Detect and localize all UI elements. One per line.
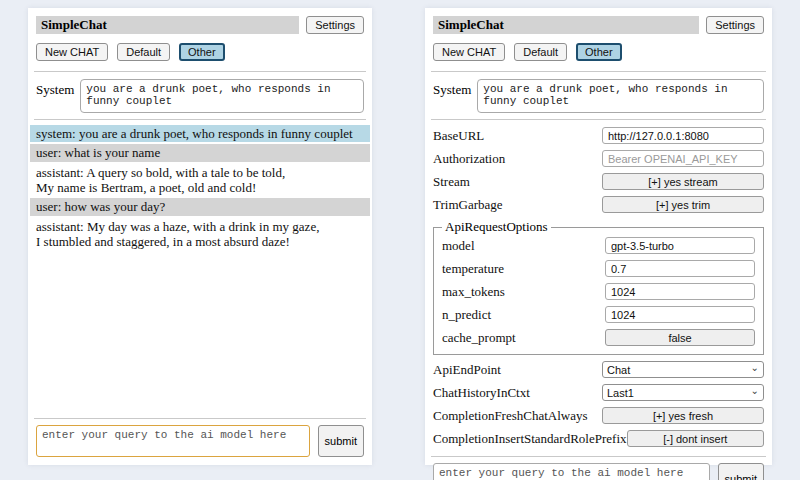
setting-row-completionfreshchatalways: CompletionFreshChatAlways [+] yes fresh: [433, 407, 764, 424]
divider: [431, 71, 766, 72]
divider: [34, 119, 366, 120]
trimgarbage-label: TrimGarbage: [433, 197, 503, 213]
chat-tab-default[interactable]: Default: [117, 43, 170, 61]
chathistoryinctxt-label: ChatHistoryInCtxt: [433, 385, 530, 401]
system-label: System: [433, 79, 471, 98]
max-tokens-label: max_tokens: [442, 284, 505, 300]
chathistoryinctxt-select[interactable]: Last1 ⌄: [602, 384, 764, 401]
chat-toolbar: New CHAT Default Other: [36, 43, 364, 61]
baseurl-label: BaseURL: [433, 128, 484, 144]
setting-row-apiendpoint: ApiEndPoint Chat ⌄: [433, 361, 764, 378]
cache-prompt-toggle-button[interactable]: false: [605, 329, 755, 346]
model-input[interactable]: [605, 237, 755, 254]
chevron-down-icon: ⌄: [751, 386, 759, 396]
page: SimpleChat Settings New CHAT Default Oth…: [0, 0, 800, 480]
cache-prompt-label: cache_prompt: [442, 330, 516, 346]
chat-message-user: user: what is your name: [30, 144, 370, 161]
app-title: SimpleChat: [433, 16, 699, 34]
apiendpoint-label: ApiEndPoint: [433, 362, 501, 378]
divider: [431, 456, 766, 457]
system-label: System: [36, 79, 74, 98]
empty-space: [36, 252, 364, 415]
setting-row-temperature: temperature: [442, 260, 755, 277]
submit-button[interactable]: submit: [718, 463, 764, 480]
chat-message-assistant: assistant: My day was a haze, with a dri…: [30, 218, 370, 251]
settings-button[interactable]: Settings: [706, 16, 764, 34]
chat-panel: SimpleChat Settings New CHAT Default Oth…: [28, 8, 372, 465]
setting-row-authorization: Authorization: [433, 150, 764, 167]
header: SimpleChat Settings: [433, 16, 764, 34]
chat-message-list: system: you are a drunk poet, who respon…: [30, 125, 370, 252]
settings-form: BaseURL Authorization Stream [+] yes str…: [433, 127, 764, 453]
authorization-label: Authorization: [433, 151, 505, 167]
chat-message-user: user: how was your day?: [30, 198, 370, 215]
setting-row-chathistoryinctxt: ChatHistoryInCtxt Last1 ⌄: [433, 384, 764, 401]
api-request-options-fieldset: ApiRequestOptions model temperature max_…: [433, 219, 764, 355]
temperature-input[interactable]: [605, 260, 755, 277]
system-prompt-input[interactable]: you are a drunk poet, who responds in fu…: [477, 79, 764, 113]
setting-row-model: model: [442, 237, 755, 254]
n-predict-input[interactable]: [605, 306, 755, 323]
header: SimpleChat Settings: [36, 16, 364, 34]
chat-message-assistant: assistant: A query so bold, with a tale …: [30, 164, 370, 197]
submit-button[interactable]: submit: [318, 425, 364, 457]
chevron-down-icon: ⌄: [751, 363, 759, 373]
divider: [34, 418, 366, 419]
setting-row-cache-prompt: cache_prompt false: [442, 329, 755, 346]
apiendpoint-select[interactable]: Chat ⌄: [602, 361, 764, 378]
query-row: submit: [433, 463, 764, 480]
completionfreshchatalways-label: CompletionFreshChatAlways: [433, 408, 588, 424]
trimgarbage-toggle-button[interactable]: [+] yes trim: [602, 196, 764, 213]
system-prompt-input[interactable]: you are a drunk poet, who responds in fu…: [80, 79, 364, 113]
new-chat-button[interactable]: New CHAT: [36, 43, 108, 61]
app-title: SimpleChat: [36, 16, 299, 34]
divider: [431, 119, 766, 120]
setting-row-completioninsertstandardroleprefix: CompletionInsertStandardRolePrefix [-] d…: [433, 430, 764, 447]
authorization-input[interactable]: [602, 150, 764, 167]
query-row: submit: [36, 425, 364, 457]
api-request-options-legend: ApiRequestOptions: [442, 219, 551, 235]
stream-label: Stream: [433, 174, 470, 190]
chat-message-system: system: you are a drunk poet, who respon…: [30, 125, 370, 142]
completioninsertstandardroleprefix-toggle-button[interactable]: [-] dont insert: [627, 430, 764, 447]
chathistoryinctxt-selected-value: Last1: [607, 387, 751, 399]
query-input[interactable]: [433, 463, 710, 480]
setting-row-n-predict: n_predict: [442, 306, 755, 323]
setting-row-baseurl: BaseURL: [433, 127, 764, 144]
model-label: model: [442, 238, 475, 254]
system-prompt-row: System you are a drunk poet, who respond…: [36, 79, 364, 113]
query-input[interactable]: [36, 425, 310, 457]
new-chat-button[interactable]: New CHAT: [433, 43, 505, 61]
completionfreshchatalways-toggle-button[interactable]: [+] yes fresh: [602, 407, 764, 424]
baseurl-input[interactable]: [602, 127, 764, 144]
system-prompt-row: System you are a drunk poet, who respond…: [433, 79, 764, 113]
max-tokens-input[interactable]: [605, 283, 755, 300]
stream-toggle-button[interactable]: [+] yes stream: [602, 173, 764, 190]
chat-tab-other[interactable]: Other: [576, 43, 622, 61]
settings-button[interactable]: Settings: [306, 16, 364, 34]
setting-row-stream: Stream [+] yes stream: [433, 173, 764, 190]
chat-toolbar: New CHAT Default Other: [433, 43, 764, 61]
n-predict-label: n_predict: [442, 307, 491, 323]
divider: [34, 71, 366, 72]
temperature-label: temperature: [442, 261, 504, 277]
setting-row-max-tokens: max_tokens: [442, 283, 755, 300]
settings-panel: SimpleChat Settings New CHAT Default Oth…: [425, 8, 772, 465]
completioninsertstandardroleprefix-label: CompletionInsertStandardRolePrefix: [433, 431, 627, 447]
chat-tab-default[interactable]: Default: [514, 43, 567, 61]
chat-tab-other[interactable]: Other: [179, 43, 225, 61]
apiendpoint-selected-value: Chat: [607, 364, 751, 376]
setting-row-trimgarbage: TrimGarbage [+] yes trim: [433, 196, 764, 213]
